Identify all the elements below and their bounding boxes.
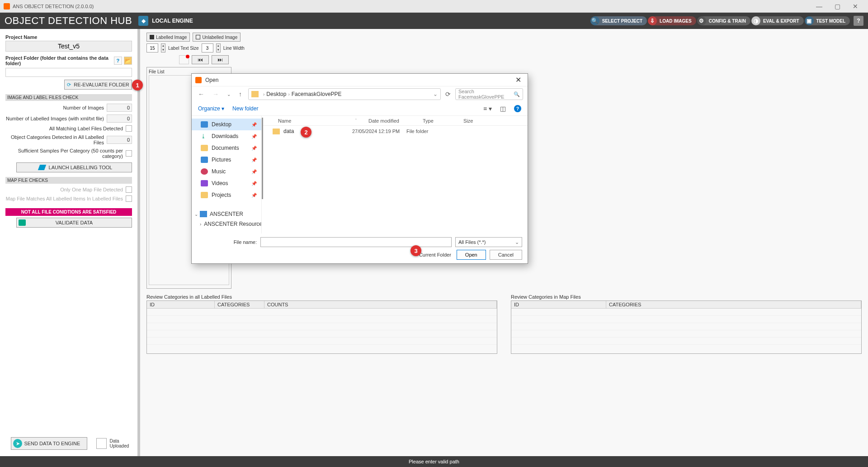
breadcrumb[interactable]: › Desktop › FacemaskGlovePPE ⌄: [248, 88, 441, 100]
music-icon: [201, 168, 208, 175]
sufficient-samples-label: Sufficient Samples Per Category (50 coun…: [5, 148, 126, 159]
expand-icon[interactable]: ›: [200, 222, 201, 227]
review-map-title: Review Categories in Map Files: [511, 294, 862, 300]
engine-icon: ◆: [138, 16, 148, 26]
warning-banner: NOT ALL FILE CONIDTIONS ARE SATISFIED: [5, 208, 132, 216]
help-button[interactable]: ?: [854, 16, 863, 26]
nav-load-images[interactable]: ⇩LOAD IMAGES: [649, 16, 696, 25]
col-type[interactable]: Type: [417, 118, 458, 124]
dialog-help-button[interactable]: ?: [514, 105, 521, 112]
callout-3: 3: [410, 245, 421, 256]
nav-recent-button[interactable]: ⌄: [225, 92, 232, 97]
nav-config-train[interactable]: ⚙CONFIG & TRAIN: [698, 16, 750, 25]
first-button[interactable]: ⏮: [192, 55, 209, 64]
sidebar-item-desktop[interactable]: Desktop📌: [192, 119, 261, 130]
chevron-down-icon: ⌄: [515, 239, 519, 245]
nav-select-project[interactable]: 🔍SELECT PROJECT: [591, 16, 647, 25]
dialog-close-button[interactable]: ✕: [513, 76, 524, 84]
nav-up-button[interactable]: ↑: [237, 91, 244, 98]
organize-button[interactable]: Organize ▾: [198, 105, 224, 112]
dialog-app-icon: [195, 77, 202, 83]
sidebar-item-documents[interactable]: Documents📌: [192, 142, 261, 154]
last-button[interactable]: ⏭: [212, 55, 229, 64]
review-labelled-table: IDCATEGORIESCOUNTS: [146, 300, 497, 354]
view-preview-button[interactable]: ◫: [500, 105, 506, 112]
notification-button[interactable]: [179, 55, 189, 64]
nav-eval-export[interactable]: ◑EVAL & EXPORT: [752, 16, 804, 25]
open-file-dialog: Open ✕ ← → ⌄ ↑ › Desktop › FacemaskGlove…: [191, 73, 528, 264]
data-uploaded-label: Data Uploaded: [109, 438, 132, 448]
col-categories-2: CATEGORIES: [606, 301, 861, 308]
nav-test-model[interactable]: ▣TEST MODEL: [806, 16, 850, 25]
sidebar-item-downloads[interactable]: ⭳Downloads📌: [192, 130, 261, 142]
unlabelled-image-toggle[interactable]: Unlabelled Image: [193, 33, 241, 42]
project-folder-input[interactable]: [5, 68, 132, 77]
label-text-size-input[interactable]: [146, 43, 158, 52]
file-name-label: File name:: [197, 239, 257, 245]
col-counts: COUNTS: [264, 301, 497, 308]
engine-label: LOCAL ENGINE: [152, 18, 193, 24]
view-list-button[interactable]: ≡ ▾: [483, 105, 492, 112]
file-name-input[interactable]: [260, 237, 452, 247]
nav-forward-button[interactable]: →: [211, 91, 221, 98]
col-date[interactable]: Date modified: [363, 118, 417, 124]
left-panel: Project Name Project Folder (folder that…: [0, 29, 140, 456]
line-width-label: Line Width: [223, 46, 245, 51]
folder-icon: [251, 91, 259, 97]
sidebar-item-music[interactable]: Music📌: [192, 166, 261, 177]
label-text-size-label: Label Text Size: [168, 46, 199, 51]
status-bar: Please enter valid path: [0, 456, 868, 467]
sidebar-tree-anscenter-res[interactable]: ›ANSCENTER Resources -: [192, 219, 261, 229]
send-data-button[interactable]: ➤SEND DATA TO ENGINE: [11, 437, 87, 450]
num-labelled-label: Number of Labelled Images (with xml/txt …: [5, 116, 107, 121]
new-folder-button[interactable]: New folder: [232, 105, 258, 112]
open-button[interactable]: Open: [457, 250, 486, 260]
sidebar-tree-anscenter[interactable]: ⌄ANSCENTER: [192, 209, 261, 219]
videos-icon: [201, 180, 208, 186]
pin-icon: 📌: [251, 146, 257, 151]
app-title: OBJECT DETECTION HUB: [5, 15, 132, 27]
col-size[interactable]: Size: [458, 118, 485, 124]
maximize-button[interactable]: ▢: [828, 0, 846, 13]
sidebar-item-pictures[interactable]: Pictures📌: [192, 154, 261, 166]
project-folder-help-button[interactable]: ?: [114, 57, 122, 65]
crumb-folder[interactable]: FacemaskGlovePPE: [292, 91, 342, 97]
line-width-input[interactable]: [202, 43, 213, 52]
dialog-sidebar: Desktop📌 ⭳Downloads📌 Documents📌 Pictures…: [192, 116, 262, 234]
labelled-image-toggle[interactable]: Labelled Image: [146, 33, 190, 42]
line-width-stepper[interactable]: ▲▼: [216, 43, 221, 52]
search-input[interactable]: Search FacemaskGlovePPE🔍: [455, 88, 523, 100]
callout-1: 1: [132, 80, 143, 91]
filled-square-icon: [150, 35, 154, 39]
sidebar-item-videos[interactable]: Videos📌: [192, 177, 261, 189]
callout-2: 2: [301, 127, 311, 138]
refresh-button[interactable]: ⟳: [445, 91, 451, 98]
cancel-button[interactable]: Cancel: [490, 250, 522, 260]
minimize-button[interactable]: —: [810, 0, 828, 13]
col-id: ID: [147, 301, 215, 308]
review-labelled-title: Review Categories in all Labelled Files: [146, 294, 497, 300]
app-icon: [4, 3, 10, 10]
col-name[interactable]: Name ⌃: [273, 118, 363, 124]
only-one-map-checkbox: [126, 186, 132, 193]
pin-icon: 📌: [251, 169, 257, 174]
current-folder-button[interactable]: Current Folder: [419, 250, 453, 260]
validate-data-button[interactable]: VALIDATE DATA: [16, 218, 132, 228]
empty-square-icon: [196, 35, 200, 39]
map-matches-label: Map File Matches All Labelled Items In L…: [5, 196, 126, 201]
close-button[interactable]: ✕: [846, 0, 864, 13]
reevaluate-folder-button[interactable]: ⟳RE-EVALUATE FOLDER: [64, 80, 132, 90]
chevron-down-icon[interactable]: ⌄: [433, 91, 438, 97]
project-folder-browse-button[interactable]: 📂: [124, 57, 132, 65]
launch-labelling-button[interactable]: LAUNCH LABELLING TOOL: [16, 162, 132, 172]
nav-back-button[interactable]: ←: [196, 91, 206, 98]
sidebar-item-projects[interactable]: Projects📌: [192, 189, 261, 201]
matching-labels-label: All Matching Label Files Detected: [5, 126, 126, 131]
project-name-input[interactable]: [5, 41, 132, 52]
expand-icon[interactable]: ⌄: [194, 212, 200, 217]
file-filter-dropdown[interactable]: All Files (*.*)⌄: [455, 237, 522, 247]
label-text-size-stepper[interactable]: ▲▼: [161, 43, 165, 52]
folder-icon: [201, 192, 208, 198]
section-image-label-checks: IMAGE AND LABEL FILES CHECK: [5, 94, 132, 101]
crumb-desktop[interactable]: Desktop: [266, 91, 286, 97]
